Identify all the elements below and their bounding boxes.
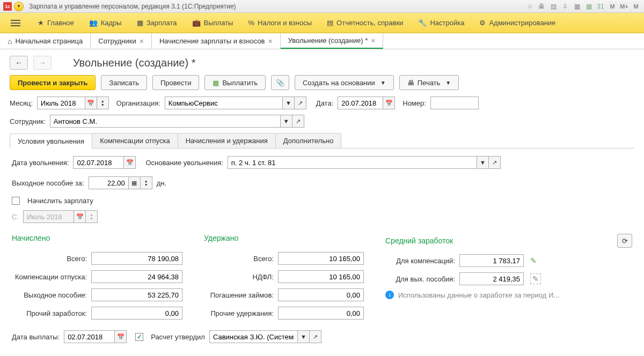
month-spinner[interactable]: ▲▼ — [97, 97, 109, 109]
month-input[interactable] — [37, 97, 85, 109]
for-sev-value[interactable] — [459, 272, 524, 285]
dropdown-icon[interactable]: ▼ — [14, 2, 24, 11]
menu-main[interactable]: ★Главное — [38, 19, 74, 27]
print-button[interactable]: 🖶Печать▼ — [399, 75, 459, 90]
fire-date-input[interactable] — [73, 156, 124, 169]
open-icon[interactable]: ↗ — [295, 97, 306, 109]
dropdown-icon[interactable]: ▼ — [283, 97, 295, 109]
other-deductions-value[interactable] — [278, 307, 364, 320]
org-label: Организация: — [116, 99, 160, 107]
open-icon[interactable]: ↗ — [292, 115, 304, 128]
payment-date-input[interactable] — [64, 330, 115, 343]
approver-input[interactable] — [209, 330, 298, 343]
calendar-icon[interactable]: 📅 — [124, 156, 136, 169]
pay-button[interactable]: ▦Выплатить — [204, 75, 266, 90]
nav-back-button[interactable]: ← — [10, 56, 28, 70]
number-input[interactable] — [430, 97, 479, 109]
calendar-icon[interactable]: 📅 — [85, 97, 97, 109]
approved-checkbox[interactable] — [135, 333, 143, 341]
print-icon[interactable]: 🖶 — [537, 2, 546, 11]
edit-dotted-icon[interactable]: ✎ — [530, 273, 541, 284]
sub-tabs: Условия увольнения Компенсации отпуска Н… — [10, 133, 634, 149]
days-spinner[interactable]: ▲▼ — [141, 176, 152, 189]
tab-home[interactable]: ⌂Начальная страница — [0, 33, 91, 49]
org-input[interactable] — [165, 97, 283, 109]
dropdown-icon[interactable]: ▼ — [298, 330, 310, 343]
close-icon[interactable]: × — [140, 37, 144, 46]
menu-taxes[interactable]: %Налоги и взносы — [248, 19, 312, 27]
vacation-comp-value[interactable] — [91, 270, 182, 283]
date-label: Дата: — [316, 99, 333, 107]
calculator-icon[interactable]: ▦ — [129, 176, 141, 189]
menu-hr[interactable]: 👥Кадры — [89, 19, 122, 27]
menu-icon[interactable] — [11, 20, 20, 26]
accrue-salary-label: Начислить зарплату — [27, 197, 93, 205]
month-label: Месяц: — [10, 99, 33, 107]
nav-forward-button[interactable]: → — [33, 56, 52, 70]
close-icon[interactable]: × — [268, 37, 273, 46]
from-month-input — [23, 210, 74, 223]
create-based-button[interactable]: Создать на основании▼ — [295, 75, 394, 90]
tab-employees[interactable]: Сотрудники× — [91, 33, 152, 49]
employee-input[interactable] — [50, 115, 281, 128]
home-icon: ⌂ — [8, 37, 12, 46]
severance-pay-value[interactable] — [91, 288, 182, 301]
titlebar-tools: ☆ 🖶 ▤ ⇩ ▦ ▦ 31 M M+ M — [525, 2, 641, 11]
menu-payments[interactable]: 💼Выплаты — [192, 19, 233, 27]
save-button[interactable]: Записать — [101, 75, 147, 90]
menu-admin[interactable]: ⚙Администрирование — [479, 19, 555, 27]
file-icon[interactable]: ▤ — [548, 2, 558, 11]
m-plus-icon[interactable]: M+ — [619, 2, 629, 11]
page-title: Увольнение (создание) * — [73, 57, 195, 69]
post-button[interactable]: Провести — [152, 75, 200, 90]
days-unit: дн. — [157, 179, 166, 187]
tab-dismissal[interactable]: Увольнение (создание) *× — [281, 33, 384, 49]
other-income-value[interactable] — [91, 307, 182, 320]
vacation-comp-label: Компенсации отпуска: — [12, 273, 87, 281]
payment-date-label: Дата выплаты: — [12, 333, 60, 341]
menu-settings[interactable]: 🔧Настройка — [418, 19, 464, 27]
calendar-icon[interactable]: 31 — [596, 2, 605, 11]
calculator-icon[interactable]: ▦ — [584, 2, 594, 11]
severance-days-input[interactable] — [89, 176, 129, 189]
m-icon[interactable]: M — [608, 2, 617, 11]
favorite-icon[interactable]: ☆ — [525, 2, 535, 11]
tab-accruals[interactable]: Начисление зарплаты и взносов× — [152, 33, 281, 49]
attach-button[interactable]: 📎 — [271, 75, 289, 90]
accrue-salary-checkbox[interactable] — [12, 197, 20, 205]
from-spinner: ▲▼ — [86, 210, 98, 223]
main-menu: ★Главное 👥Кадры ▦Зарплата 💼Выплаты %Нало… — [0, 13, 644, 33]
withheld-title: Удержано — [204, 234, 364, 242]
subtab-accruals[interactable]: Начисления и удержания — [178, 133, 276, 148]
total-accrued-value[interactable] — [91, 252, 182, 265]
m-minus-icon[interactable]: M — [631, 2, 641, 11]
open-icon[interactable]: ↗ — [310, 330, 321, 343]
open-icon[interactable]: ↗ — [489, 156, 501, 169]
other-income-label: Прочий заработок: — [12, 309, 87, 317]
close-icon[interactable]: × — [371, 36, 375, 45]
total-accrued-label: Всего: — [12, 255, 87, 263]
subtab-conditions[interactable]: Условия увольнения — [10, 134, 92, 149]
dropdown-icon[interactable]: ▼ — [281, 115, 292, 128]
subtab-vacation[interactable]: Компенсации отпуска — [92, 133, 178, 148]
calendar-icon[interactable]: 📅 — [115, 330, 127, 343]
content: ← → Увольнение (создание) * Провести и з… — [0, 49, 644, 356]
menu-salary[interactable]: ▦Зарплата — [137, 19, 177, 27]
date-input[interactable] — [338, 97, 383, 109]
subtab-extra[interactable]: Дополнительно — [275, 133, 342, 148]
menu-reports[interactable]: ▤Отчетность, справки — [327, 19, 403, 27]
loans-value[interactable] — [278, 288, 364, 301]
ndfl-value[interactable] — [278, 270, 364, 283]
for-comp-value[interactable] — [459, 254, 524, 267]
calendar-icon[interactable]: 📅 — [383, 97, 395, 109]
app-logo-icon: 1c — [3, 2, 12, 11]
ndfl-label: НДФЛ: — [204, 273, 274, 281]
dropdown-icon[interactable]: ▼ — [477, 156, 489, 169]
basis-input[interactable] — [228, 156, 477, 169]
post-and-close-button[interactable]: Провести и закрыть — [10, 75, 96, 90]
total-withheld-value[interactable] — [278, 252, 364, 265]
clipboard-icon[interactable]: ▦ — [572, 2, 582, 11]
download-icon[interactable]: ⇩ — [560, 2, 570, 11]
refresh-button[interactable]: ⟳ — [617, 234, 632, 248]
edit-icon[interactable]: ✎ — [530, 256, 537, 265]
